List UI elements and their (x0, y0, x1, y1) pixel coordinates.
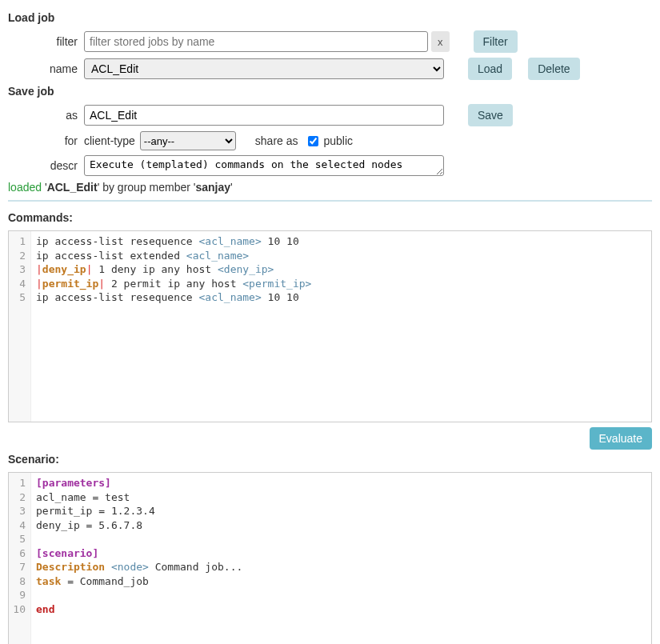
filter-clear-button[interactable]: x (431, 31, 450, 52)
name-label: name (8, 62, 84, 75)
commands-gutter: 1 2 3 4 5 (9, 231, 31, 422)
evaluate-button[interactable]: Evaluate (590, 427, 652, 450)
load-job-title: Load job (8, 11, 652, 24)
load-button[interactable]: Load (468, 58, 512, 80)
public-checkbox[interactable] (308, 136, 318, 146)
scenario-code[interactable]: [parameters] acl_name = test permit_ip =… (31, 473, 651, 644)
status-tail: ' (230, 181, 233, 194)
as-label: as (8, 109, 84, 122)
delete-button[interactable]: Delete (528, 58, 579, 80)
job-name-select[interactable]: ACL_Edit (84, 58, 444, 79)
scenario-gutter: 1 2 3 4 5 6 7 8 9 10 (9, 473, 31, 644)
status-by: ' by group member ' (98, 181, 196, 194)
filter-button[interactable]: Filter (474, 30, 518, 53)
status-verb: loaded (8, 181, 42, 194)
status-user: sanjay (195, 181, 230, 194)
save-button[interactable]: Save (468, 104, 513, 126)
scenario-editor[interactable]: 1 2 3 4 5 6 7 8 9 10 [parameters] acl_na… (8, 472, 652, 644)
descr-label: descr (8, 159, 84, 172)
shareas-label: share as (255, 134, 298, 147)
filter-input[interactable] (84, 31, 428, 52)
commands-title: Commands: (8, 211, 652, 224)
for-label: for (8, 134, 84, 147)
commands-code[interactable]: ip access-list resequence <acl_name> 10 … (31, 231, 651, 422)
descr-input[interactable] (84, 155, 444, 176)
status-job: ACL_Edit (47, 181, 98, 194)
commands-editor[interactable]: 1 2 3 4 5 ip access-list resequence <acl… (8, 230, 652, 422)
public-label: public (324, 134, 354, 147)
filter-label: filter (8, 35, 84, 48)
save-job-title: Save job (8, 85, 652, 98)
status-line: loaded 'ACL_Edit' by group member 'sanja… (8, 181, 652, 194)
scenario-title: Scenario: (8, 453, 652, 466)
separator (8, 200, 652, 202)
save-as-input[interactable] (84, 105, 444, 126)
clienttype-label: client-type (84, 134, 135, 147)
clienttype-select[interactable]: --any-- (140, 131, 236, 150)
